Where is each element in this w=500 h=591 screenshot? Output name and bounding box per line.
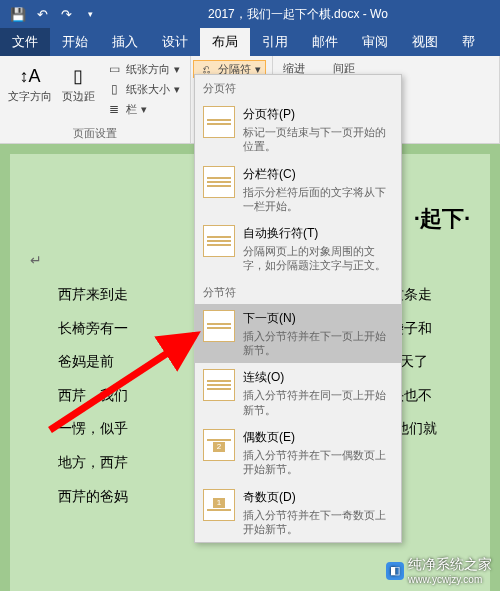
tab-insert[interactable]: 插入 bbox=[100, 28, 150, 56]
dropdown-header-page-breaks: 分页符 bbox=[195, 75, 401, 100]
orientation-label: 纸张方向 bbox=[126, 62, 170, 77]
tab-mailings[interactable]: 邮件 bbox=[300, 28, 350, 56]
option-continuous[interactable]: 连续(O) 插入分节符并在同一页上开始新节。 bbox=[195, 363, 401, 423]
size-icon: ▯ bbox=[106, 81, 122, 97]
continuous-desc: 插入分节符并在同一页上开始新节。 bbox=[243, 388, 393, 417]
tab-review[interactable]: 审阅 bbox=[350, 28, 400, 56]
breaks-dropdown: 分页符 分页符(P) 标记一页结束与下一页开始的位置。 分栏符(C) 指示分栏符… bbox=[194, 74, 402, 543]
watermark-url: www.ycwjzy.com bbox=[408, 574, 492, 585]
page-break-title: 分页符(P) bbox=[243, 106, 393, 123]
tab-view[interactable]: 视图 bbox=[400, 28, 450, 56]
save-icon[interactable]: 💾 bbox=[6, 2, 30, 26]
text-wrap-desc: 分隔网页上的对象周围的文字，如分隔题注文字与正文。 bbox=[243, 244, 393, 273]
continuous-icon bbox=[203, 369, 235, 401]
even-page-title: 偶数页(E) bbox=[243, 429, 393, 446]
watermark-badge-icon: ◧ bbox=[386, 562, 404, 580]
dropdown-header-section-breaks: 分节符 bbox=[195, 279, 401, 304]
page-break-icon bbox=[203, 106, 235, 138]
tab-layout[interactable]: 布局 bbox=[200, 28, 250, 56]
watermark: ◧ 纯净系统之家 www.ycwjzy.com bbox=[386, 556, 492, 585]
group-page-setup-label: 页面设置 bbox=[6, 124, 184, 141]
option-next-page[interactable]: 下一页(N) 插入分节符并在下一页上开始新节。 bbox=[195, 304, 401, 364]
margins-button[interactable]: ▯ 页边距 bbox=[54, 60, 102, 104]
qat-customize-icon[interactable]: ▾ bbox=[78, 2, 102, 26]
group-page-setup: ↕A 文字方向 ▯ 页边距 ▭ 纸张方向▾ ▯ 纸张大小▾ ≣ 栏▾ bbox=[0, 56, 191, 143]
next-page-icon bbox=[203, 310, 235, 342]
margins-label: 页边距 bbox=[62, 90, 95, 102]
option-even-page[interactable]: 2 偶数页(E) 插入分节符并在下一偶数页上开始新节。 bbox=[195, 423, 401, 483]
columns-label: 栏 bbox=[126, 102, 137, 117]
tab-help[interactable]: 帮 bbox=[450, 28, 487, 56]
size-label: 纸张大小 bbox=[126, 82, 170, 97]
tab-file[interactable]: 文件 bbox=[0, 28, 50, 56]
odd-page-title: 奇数页(D) bbox=[243, 489, 393, 506]
next-page-title: 下一页(N) bbox=[243, 310, 393, 327]
text-direction-icon: ↕A bbox=[16, 62, 44, 90]
redo-icon[interactable]: ↷ bbox=[54, 2, 78, 26]
size-button[interactable]: ▯ 纸张大小▾ bbox=[102, 80, 184, 98]
text-wrap-icon bbox=[203, 225, 235, 257]
tab-design[interactable]: 设计 bbox=[150, 28, 200, 56]
option-text-wrap[interactable]: 自动换行符(T) 分隔网页上的对象周围的文字，如分隔题注文字与正文。 bbox=[195, 219, 401, 279]
page-break-desc: 标记一页结束与下一页开始的位置。 bbox=[243, 125, 393, 154]
option-odd-page[interactable]: 1 奇数页(D) 插入分节符并在下一奇数页上开始新节。 bbox=[195, 483, 401, 543]
continuous-title: 连续(O) bbox=[243, 369, 393, 386]
even-page-icon: 2 bbox=[203, 429, 235, 461]
window-title: 2017，我们一起下个棋.docx - Wo bbox=[102, 6, 494, 23]
odd-page-icon: 1 bbox=[203, 489, 235, 521]
column-break-desc: 指示分栏符后面的文字将从下一栏开始。 bbox=[243, 185, 393, 214]
option-page-break[interactable]: 分页符(P) 标记一页结束与下一页开始的位置。 bbox=[195, 100, 401, 160]
title-bar: 💾 ↶ ↷ ▾ 2017，我们一起下个棋.docx - Wo bbox=[0, 0, 500, 28]
odd-page-desc: 插入分节符并在下一奇数页上开始新节。 bbox=[243, 508, 393, 537]
watermark-text: 纯净系统之家 bbox=[408, 556, 492, 574]
margins-icon: ▯ bbox=[64, 62, 92, 90]
undo-icon[interactable]: ↶ bbox=[30, 2, 54, 26]
even-page-desc: 插入分节符并在下一偶数页上开始新节。 bbox=[243, 448, 393, 477]
text-direction-button[interactable]: ↕A 文字方向 bbox=[6, 60, 54, 104]
tab-home[interactable]: 开始 bbox=[50, 28, 100, 56]
tab-references[interactable]: 引用 bbox=[250, 28, 300, 56]
columns-icon: ≣ bbox=[106, 101, 122, 117]
orientation-button[interactable]: ▭ 纸张方向▾ bbox=[102, 60, 184, 78]
ribbon-tabs: 文件 开始 插入 设计 布局 引用 邮件 审阅 视图 帮 bbox=[0, 28, 500, 56]
column-break-icon bbox=[203, 166, 235, 198]
orientation-icon: ▭ bbox=[106, 61, 122, 77]
next-page-desc: 插入分节符并在下一页上开始新节。 bbox=[243, 329, 393, 358]
column-break-title: 分栏符(C) bbox=[243, 166, 393, 183]
columns-button[interactable]: ≣ 栏▾ bbox=[102, 100, 184, 118]
text-wrap-title: 自动换行符(T) bbox=[243, 225, 393, 242]
option-column-break[interactable]: 分栏符(C) 指示分栏符后面的文字将从下一栏开始。 bbox=[195, 160, 401, 220]
text-direction-label: 文字方向 bbox=[8, 90, 52, 102]
